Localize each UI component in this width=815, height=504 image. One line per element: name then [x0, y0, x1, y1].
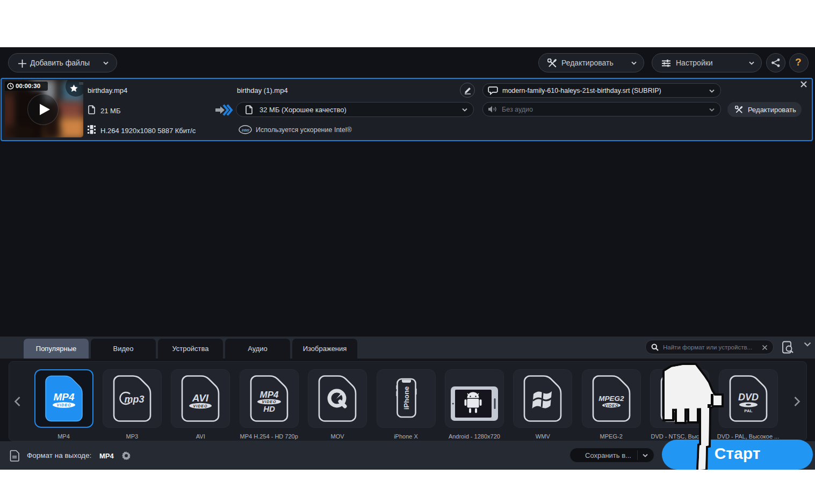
svg-text:MP4: MP4	[259, 390, 279, 400]
svg-text:HD: HD	[263, 404, 275, 413]
svg-text:VIDEO: VIDEO	[193, 404, 208, 408]
svg-text:VIDEO: VIDEO	[604, 404, 618, 407]
svg-text:MPEG2: MPEG2	[598, 395, 624, 403]
svg-text:VIDEO: VIDEO	[262, 400, 276, 404]
svg-text:VIDEO: VIDEO	[56, 403, 71, 407]
svg-text:mp3: mp3	[124, 394, 144, 405]
svg-text:iPhone: iPhone	[402, 386, 410, 410]
svg-text:PAL: PAL	[744, 408, 753, 413]
svg-text:MP4: MP4	[53, 391, 75, 403]
svg-text:DVD: DVD	[738, 392, 758, 403]
svg-text:AVI: AVI	[192, 392, 209, 404]
svg-text:intel: intel	[242, 128, 249, 133]
